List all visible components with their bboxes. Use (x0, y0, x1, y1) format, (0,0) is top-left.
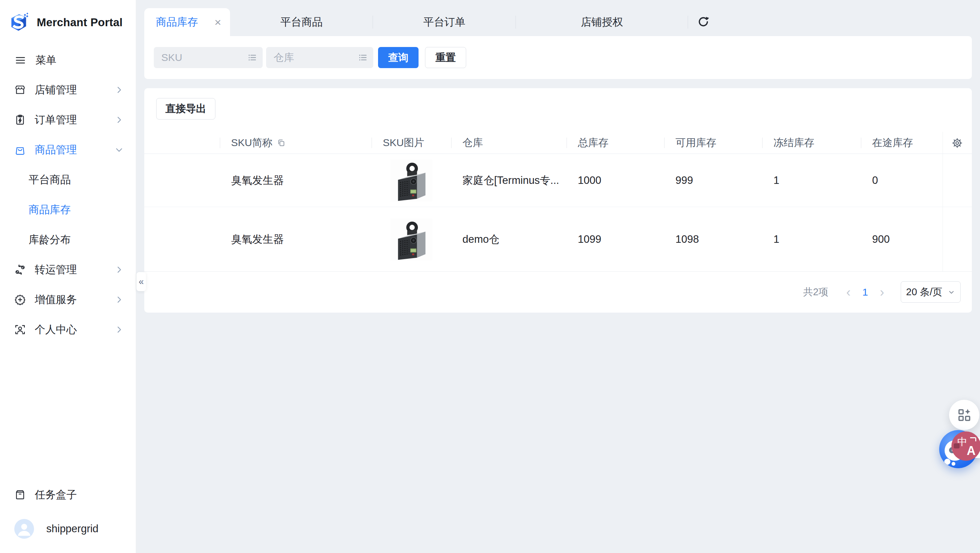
sku-input[interactable] (154, 47, 263, 68)
avatar (14, 519, 34, 539)
direct-export-button[interactable]: 直接导出 (156, 98, 215, 120)
list-select-icon (247, 53, 257, 63)
tab-store-authorization[interactable]: 店铺授权 (516, 8, 688, 36)
sidebar-subitem-inventory-age[interactable]: 库龄分布 (0, 225, 136, 255)
column-header-label: 总库存 (578, 136, 608, 150)
user-profile-item[interactable]: shippergrid (0, 513, 136, 545)
row-warehouse: demo仓 (451, 207, 566, 271)
sidebar-item-label: 商品管理 (35, 143, 77, 157)
sidebar-item-label: 店铺管理 (35, 83, 77, 97)
tab-platform-orders[interactable]: 平台订单 (373, 8, 516, 36)
column-settings-cell (943, 132, 972, 154)
translate-button[interactable]: 中 A (951, 432, 980, 461)
sidebar-item-transfer-management[interactable]: 转运管理 (0, 255, 136, 285)
search-button[interactable]: 查询 (378, 47, 418, 68)
sidebar-subitem-label: 商品库存 (29, 202, 71, 217)
table-bottom-border (144, 271, 972, 272)
transfer-icon (14, 264, 26, 276)
chevron-right-icon (115, 295, 124, 304)
sidebar-item-label: 增值服务 (35, 293, 77, 307)
table-row: 臭氧发生器 家庭仓[T (144, 154, 972, 207)
refresh-button[interactable] (691, 8, 716, 36)
task-box-icon (14, 489, 26, 500)
value-added-icon (14, 294, 26, 306)
inventory-table-panel: 直接导出 SKU简称 SKU图片 仓库 总库存 可用库存 冻结库存 (144, 88, 972, 312)
row-empty-cell (144, 207, 220, 271)
translate-a-glyph: A (967, 444, 975, 458)
tab-label: 平台订单 (423, 15, 466, 29)
column-header-label: SKU简称 (231, 136, 272, 150)
chevron-down-icon (115, 145, 124, 154)
sidebar-collapse-handle[interactable]: « (137, 272, 146, 291)
column-header-label: SKU图片 (383, 136, 424, 150)
chevron-right-icon (115, 86, 124, 94)
sidebar-subitem-platform-products[interactable]: 平台商品 (0, 165, 136, 195)
column-header-empty (144, 132, 220, 154)
row-available-stock: 999 (664, 154, 762, 207)
tab-label: 平台商品 (280, 15, 323, 29)
tab-label: 店铺授权 (581, 15, 623, 29)
column-header-frozen-stock: 冻结库存 (762, 132, 861, 154)
close-icon[interactable]: × (215, 16, 221, 28)
task-box-item[interactable]: 任务盒子 (0, 480, 136, 510)
row-in-transit-stock: 0 (861, 154, 943, 207)
column-header-label: 在途库存 (872, 136, 913, 150)
menu-collapse-toggle[interactable]: 菜单 (0, 50, 136, 71)
column-header-in-transit-stock: 在途库存 (861, 132, 943, 154)
row-frozen-stock: 1 (762, 154, 861, 207)
page-size-select[interactable]: 20 条/页 (901, 281, 961, 303)
reset-button[interactable]: 重置 (425, 47, 466, 68)
sku-filter-field (154, 47, 263, 68)
sidebar-item-value-added-services[interactable]: 增值服务 (0, 285, 136, 315)
username: shippergrid (46, 523, 98, 535)
product-photo (390, 159, 433, 202)
tab-label: 商品库存 (156, 15, 198, 29)
filter-panel: 查询 重置 (144, 36, 972, 79)
column-header-total-stock: 总库存 (566, 132, 664, 154)
copy-icon[interactable] (277, 138, 286, 147)
column-header-sku-name: SKU简称 (220, 132, 372, 154)
row-frozen-stock: 1 (762, 207, 861, 271)
sidebar-item-store-management[interactable]: 店铺管理 (0, 75, 136, 105)
row-sku-name: 臭氧发生器 (220, 154, 372, 207)
column-header-label: 仓库 (463, 136, 483, 150)
next-page-button[interactable]: › (875, 286, 889, 299)
sidebar-item-order-management[interactable]: 订单管理 (0, 105, 136, 135)
row-sku-image-cell (372, 207, 451, 271)
page-size-label: 20 条/页 (906, 285, 942, 299)
row-warehouse: 家庭仓[Terminus专... (451, 154, 566, 207)
row-total-stock: 1099 (566, 207, 664, 271)
sidebar-subitem-label: 库龄分布 (29, 233, 71, 247)
column-header-sku-image: SKU图片 (372, 132, 451, 154)
warehouse-input[interactable] (266, 47, 373, 68)
current-page[interactable]: 1 (862, 286, 868, 298)
refresh-icon (697, 16, 710, 29)
user-center-icon (14, 324, 26, 335)
chevron-right-icon (115, 115, 124, 124)
chevron-down-icon (948, 288, 955, 296)
pagination: 共2项 ‹ 1 › 20 条/页 (803, 281, 961, 303)
product-bag-icon (14, 144, 26, 156)
sidebar-item-personal-center[interactable]: 个人中心 (0, 315, 136, 344)
prev-page-button[interactable]: ‹ (841, 286, 856, 299)
merchant-portal-logo-icon (9, 12, 29, 33)
order-clipboard-icon (14, 114, 26, 126)
warehouse-filter-field (266, 47, 373, 68)
row-sku-image-cell (372, 154, 451, 207)
sidebar-item-product-management[interactable]: 商品管理 (0, 135, 136, 165)
table-row: 臭氧发生器 demo仓 (144, 207, 972, 271)
translate-badge-accent (954, 443, 959, 448)
tab-platform-products[interactable]: 平台商品 (230, 8, 373, 36)
table-header: SKU简称 SKU图片 仓库 总库存 可用库存 冻结库存 在途库存 (144, 132, 972, 154)
sidebar-item-label: 订单管理 (35, 113, 77, 127)
gear-icon[interactable] (952, 137, 963, 148)
row-empty-cell (144, 154, 220, 207)
tab-product-inventory-active[interactable]: 商品库存 × (144, 8, 230, 36)
sidebar-nav: 店铺管理 订单管理 (0, 75, 136, 344)
column-header-label: 可用库存 (675, 136, 716, 150)
sidebar: Merchant Portal 菜单 店铺管理 (0, 0, 136, 553)
column-header-available-stock: 可用库存 (664, 132, 762, 154)
pagination-total: 共2项 (803, 285, 828, 299)
sidebar-subitem-product-inventory[interactable]: 商品库存 (0, 195, 136, 225)
quick-tools-fab[interactable] (949, 400, 979, 430)
